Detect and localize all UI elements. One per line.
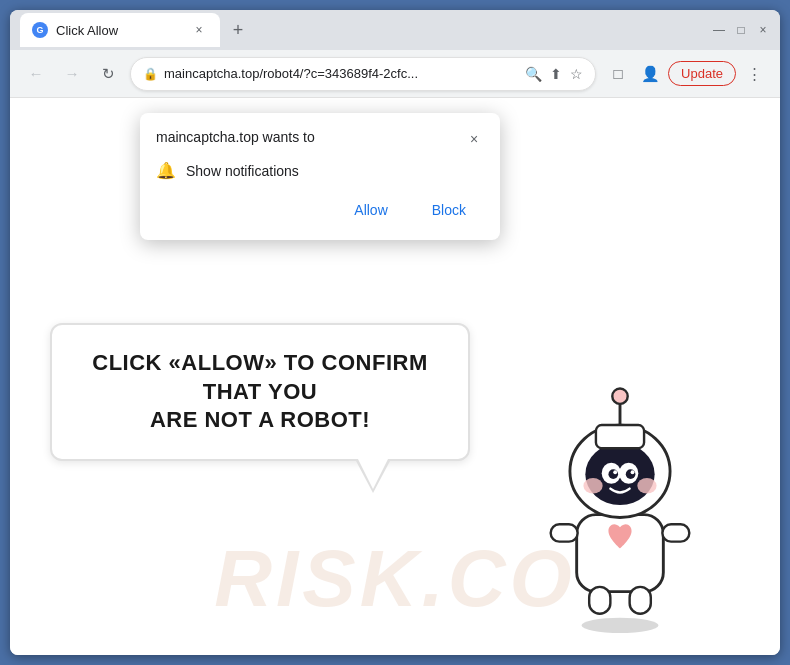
svg-rect-1	[577, 515, 664, 592]
svg-rect-4	[589, 587, 610, 614]
svg-rect-3	[662, 524, 689, 541]
forward-button[interactable]: →	[58, 60, 86, 88]
svg-rect-5	[630, 587, 651, 614]
svg-rect-2	[551, 524, 578, 541]
new-tab-button[interactable]: +	[224, 16, 252, 44]
maximize-button[interactable]: □	[734, 23, 748, 37]
robot-character	[520, 375, 720, 635]
reload-button[interactable]: ↻	[94, 60, 122, 88]
dialog-permission-row: 🔔 Show notifications	[156, 161, 484, 180]
robot-svg	[520, 375, 720, 635]
url-text: maincaptcha.top/robot4/?c=343689f4-2cfc.…	[164, 66, 519, 81]
search-icon[interactable]: 🔍	[525, 66, 542, 82]
title-bar: G Click Allow × + — □ ×	[10, 10, 780, 50]
svg-point-0	[581, 618, 658, 633]
dialog-title: maincaptcha.top wants to	[156, 129, 315, 145]
nav-bar: ← → ↻ 🔒 maincaptcha.top/robot4/?c=343689…	[10, 50, 780, 98]
block-button[interactable]: Block	[414, 196, 484, 224]
bell-icon: 🔔	[156, 161, 176, 180]
svg-point-16	[631, 470, 635, 474]
allow-button[interactable]: Allow	[336, 196, 405, 224]
window-close-button[interactable]: ×	[756, 23, 770, 37]
profile-icon[interactable]: 👤	[636, 60, 664, 88]
dialog-header: maincaptcha.top wants to ×	[156, 129, 484, 149]
svg-point-15	[613, 470, 617, 474]
svg-point-14	[626, 469, 636, 479]
lock-icon: 🔒	[143, 67, 158, 81]
extensions-icon[interactable]: □	[604, 60, 632, 88]
active-tab[interactable]: G Click Allow ×	[20, 13, 220, 47]
svg-point-13	[608, 469, 618, 479]
speech-bubble: CLICK «ALLOW» TO CONFIRM THAT YOU ARE NO…	[50, 323, 470, 461]
update-button[interactable]: Update	[668, 61, 736, 86]
svg-rect-19	[596, 425, 644, 448]
dialog-close-button[interactable]: ×	[464, 129, 484, 149]
tab-title: Click Allow	[56, 23, 182, 38]
minimize-button[interactable]: —	[712, 23, 726, 37]
browser-window: G Click Allow × + — □ × ← → ↻ 🔒 maincapt…	[10, 10, 780, 655]
window-controls: — □ ×	[712, 23, 770, 37]
tab-close-button[interactable]: ×	[190, 21, 208, 39]
tab-favicon: G	[32, 22, 48, 38]
more-options-icon[interactable]: ⋮	[740, 60, 768, 88]
bubble-text: CLICK «ALLOW» TO CONFIRM THAT YOU ARE NO…	[82, 349, 438, 435]
bookmark-icon[interactable]: ☆	[570, 66, 583, 82]
dialog-buttons: Allow Block	[156, 196, 484, 224]
tab-area: G Click Allow × +	[20, 13, 712, 47]
svg-point-9	[583, 478, 602, 493]
permission-text: Show notifications	[186, 163, 299, 179]
address-icons: 🔍 ⬆ ☆	[525, 66, 583, 82]
nav-right-controls: □ 👤 Update ⋮	[604, 60, 768, 88]
address-bar[interactable]: 🔒 maincaptcha.top/robot4/?c=343689f4-2cf…	[130, 57, 596, 91]
share-icon[interactable]: ⬆	[550, 66, 562, 82]
page-content: RISK.CO maincaptcha.top wants to × 🔔 Sho…	[10, 98, 780, 655]
back-button[interactable]: ←	[22, 60, 50, 88]
svg-point-18	[612, 388, 627, 403]
notification-permission-dialog: maincaptcha.top wants to × 🔔 Show notifi…	[140, 113, 500, 240]
svg-point-10	[637, 478, 656, 493]
